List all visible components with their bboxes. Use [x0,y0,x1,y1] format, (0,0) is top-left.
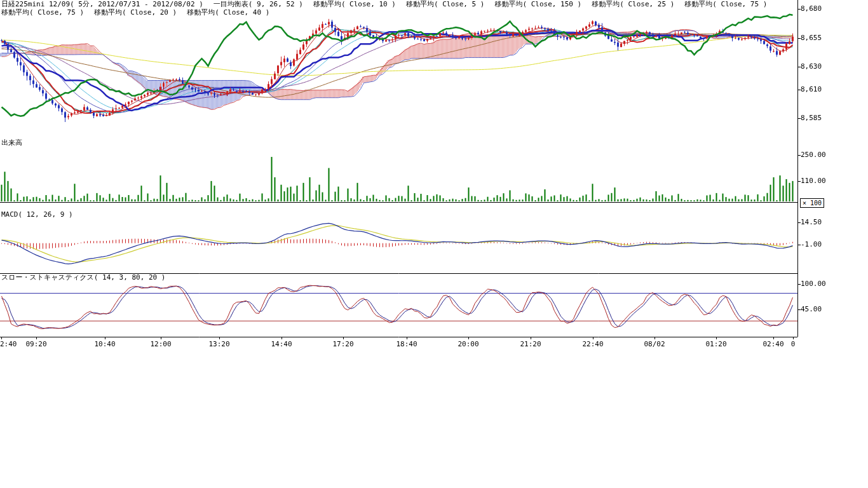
time-axis-label: 10:40 [94,341,115,348]
time-axis-label: 22:40 [582,341,603,348]
legend-item: 移動平均( Close, 5 ) [406,1,484,8]
time-axis-label: 14:40 [271,341,292,348]
time-axis-label: 2:40 [0,341,17,348]
legend-item: 日経225mini 12/09( 5分, 2012/07/31 - 2012/0… [1,1,203,8]
chart-window: 日経225mini 12/09( 5分, 2012/07/31 - 2012/0… [0,0,868,488]
stoch-ytick: 45.00 [801,306,822,313]
macd-ytick: 14.50 [801,219,822,226]
price-ytick: 8,680 [801,5,822,13]
legend-item: 移動平均( Close, 150 ) [494,1,581,8]
chart-legend-row1: 日経225mini 12/09( 5分, 2012/07/31 - 2012/0… [1,1,767,8]
price-ytick: 8,585 [801,114,822,122]
legend-item: 移動平均( Close, 10 ) [313,1,396,8]
legend-item: 一目均衡表( 9, 26, 52 ) [214,1,303,8]
time-axis-label: 12:00 [150,341,171,348]
stoch-ytick: 100.00 [801,280,826,288]
time-axis-label: 21:20 [520,341,541,348]
time-axis-label: 20:00 [458,341,478,348]
stoch-panel-label: スロー・ストキャスティクス( 14, 3, 80, 20 ) [1,274,165,281]
time-axis-label: 01:20 [705,341,726,348]
time-axis-label: 17:20 [332,341,353,348]
legend-item: 移動平均( Close, 75 ) [1,9,84,17]
time-axis-label: 08/02 [644,341,665,348]
volume-ytick: 250.00 [801,151,826,159]
chart-legend-row2: 移動平均( Close, 75 )移動平均( Close, 20 )移動平均( … [1,9,269,17]
price-ytick: 8,655 [801,34,822,42]
time-axis-label: 13:20 [208,341,229,348]
legend-item: 移動平均( Close, 20 ) [94,9,177,17]
time-axis-label: 18:40 [396,341,417,348]
volume-multiplier-badge: × 100 [800,198,824,208]
legend-item: 移動平均( Close, 75 ) [684,1,767,8]
time-axis-label: 09:20 [25,341,46,348]
price-chart-canvas[interactable] [0,0,868,488]
time-axis-label: 0 [791,341,796,348]
macd-ytick: -1.00 [801,241,822,248]
legend-item: 移動平均( Close, 40 ) [187,9,269,17]
volume-panel-label: 出来高 [1,139,22,147]
legend-item: 移動平均( Close, 25 ) [592,1,674,8]
price-ytick: 8,630 [801,63,822,71]
volume-ytick: 110.00 [801,177,826,185]
price-ytick: 8,610 [801,86,822,93]
macd-panel-label: MACD( 12, 26, 9 ) [1,211,73,219]
time-axis-label: 02:40 [763,341,783,348]
